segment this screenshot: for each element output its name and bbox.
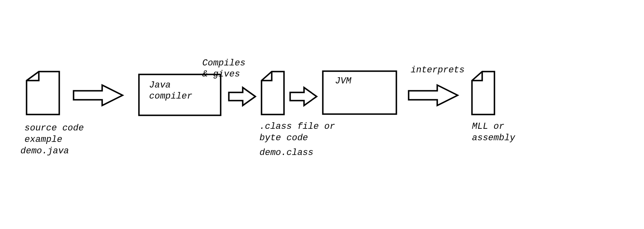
arrow4-label: interprets [411, 65, 465, 76]
source-caption-2: example [25, 134, 62, 146]
jvm-label: JVM [335, 76, 351, 87]
classfile-caption-3: demo.class [259, 147, 313, 159]
arrow2-label-2: & gives [202, 69, 240, 80]
classfile-caption-2: byte code [259, 132, 308, 144]
compiler-label-2: compiler [149, 91, 192, 102]
class-file-icon [262, 72, 284, 114]
compiler-label-1: Java [149, 80, 171, 91]
jvm-box [323, 71, 396, 114]
source-caption-1: source code [25, 123, 84, 134]
source-caption-3: demo.java [20, 146, 69, 157]
arrow-jvm-to-output [409, 85, 458, 106]
arrow-source-to-compiler [74, 85, 123, 106]
source-file-icon [27, 72, 59, 114]
svg-rect-1 [323, 71, 396, 114]
output-file-icon [472, 72, 494, 114]
arrow2-label-1: Compiles [202, 58, 246, 69]
arrow-classfile-to-jvm [290, 88, 317, 106]
classfile-caption-1: .class file or [259, 121, 335, 132]
output-caption-2: assembly [472, 132, 515, 144]
output-caption-1: MLL or [472, 121, 504, 132]
arrow-compiler-to-classfile [229, 88, 255, 106]
